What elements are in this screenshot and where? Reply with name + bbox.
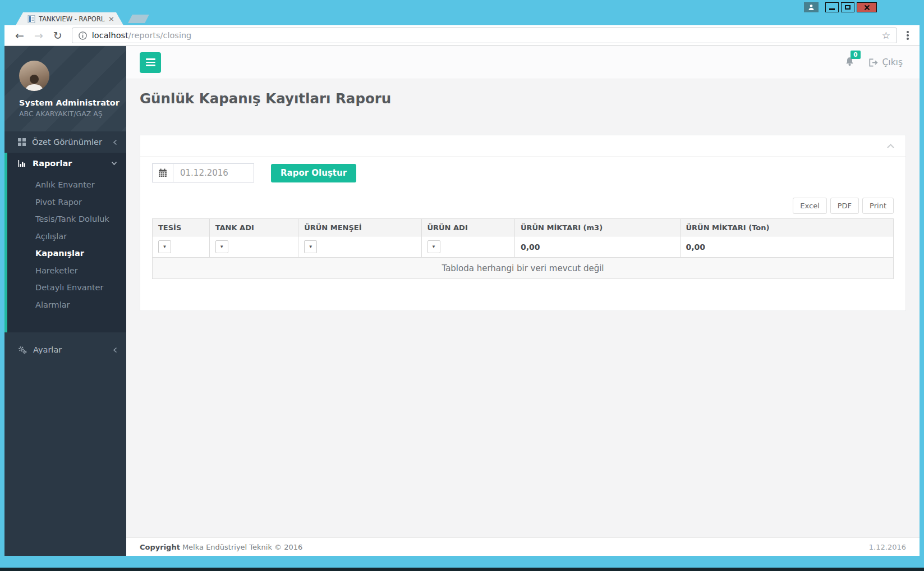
filter-dropdown-tesis[interactable]: ▼	[158, 240, 171, 253]
sidebar-item-label: Özet Görünümler	[32, 138, 102, 147]
minimize-button[interactable]	[825, 2, 839, 12]
reload-icon[interactable]: ↻	[53, 30, 62, 41]
card-body: Rapor Oluştur Excel PDF Print	[140, 157, 905, 310]
filter-dropdown-urun-mensei[interactable]: ▼	[304, 240, 317, 253]
back-icon[interactable]: ←	[15, 30, 24, 41]
total-m3: 0,00	[514, 236, 680, 258]
sidebar-toggle-button[interactable]	[140, 52, 161, 73]
table-empty-row: Tabloda herhangi bir veri mevcut değil	[153, 258, 894, 279]
report-form: Rapor Oluştur	[152, 163, 894, 182]
info-icon[interactable]	[79, 31, 87, 40]
export-buttons: Excel PDF Print	[152, 198, 894, 214]
url-host: localhost	[92, 31, 128, 40]
bar-chart-icon	[18, 159, 26, 167]
user-company: ABC AKARYAKIT/GAZ AŞ	[19, 109, 126, 118]
person-silhouette-icon	[23, 73, 45, 91]
column-header-urun-mensei[interactable]: ÜRÜN MENŞEİ	[298, 219, 421, 236]
report-table: TESİS TANK ADI ÜRÜN MENŞEİ ÜRÜN ADI ÜRÜN…	[152, 218, 894, 279]
report-card: Rapor Oluştur Excel PDF Print	[140, 135, 906, 311]
column-header-urun-adi[interactable]: ÜRÜN ADI	[421, 219, 514, 236]
column-header-tank-adi[interactable]: TANK ADI	[209, 219, 298, 236]
sidebar-item-tesis-tank-doluluk[interactable]: Tesis/Tank Doluluk	[7, 211, 126, 228]
close-icon	[864, 4, 870, 11]
raporlar-submenu: Anlık Envanter Pivot Rapor Tesis/Tank Do…	[7, 174, 126, 332]
sidebar-item-pivot-rapor[interactable]: Pivot Rapor	[7, 194, 126, 211]
export-print-button[interactable]: Print	[862, 198, 894, 214]
sidebar-item-ozet-gorunumler[interactable]: Özet Görünümler	[4, 131, 126, 153]
filter-dropdown-tank-adi[interactable]: ▼	[215, 240, 228, 253]
sidebar-item-ayarlar[interactable]: Ayarlar	[4, 338, 126, 362]
column-header-urun-miktari-m3[interactable]: ÜRÜN MİKTARI (m3)	[514, 219, 680, 236]
new-tab-button[interactable]	[128, 15, 149, 23]
filter-dropdown-urun-adi[interactable]: ▼	[427, 240, 440, 253]
export-pdf-button[interactable]: PDF	[830, 198, 859, 214]
person-icon	[808, 4, 815, 11]
total-ton: 0,00	[680, 236, 893, 258]
sidebar-item-label: Ayarlar	[33, 345, 62, 354]
sidebar-item-label: Raporlar	[33, 159, 72, 168]
maximize-button[interactable]	[841, 2, 854, 12]
window-titlebar	[4, 0, 920, 12]
column-header-urun-miktari-ton[interactable]: ÜRÜN MİKTARI (Ton)	[680, 219, 893, 236]
browser-tab[interactable]: TANKVIEW - RAPORLAR ×	[16, 12, 123, 25]
sidebar-section-raporlar: Raporlar Anlık Envanter Pivot Rapor Tesi…	[4, 153, 126, 332]
sidebar-item-anlik-envanter[interactable]: Anlık Envanter	[7, 176, 126, 194]
collapse-chevron-up-icon[interactable]	[887, 144, 894, 151]
user-name: System Administrator	[19, 98, 126, 107]
grid-icon	[18, 138, 26, 146]
browser-window: TANKVIEW - RAPORLAR × ← → ↻ localhost/re…	[0, 0, 924, 571]
calendar-addon	[152, 163, 173, 182]
empty-message: Tabloda herhangi bir veri mevcut değil	[153, 258, 894, 279]
user-panel: System Administrator ABC AKARYAKIT/GAZ A…	[4, 46, 126, 131]
browser-menu-icon[interactable]	[902, 29, 914, 42]
copyright-label: Copyright	[140, 543, 180, 551]
sign-out-icon	[868, 58, 878, 67]
address-bar[interactable]: localhost/reports/closing ☆	[72, 28, 897, 43]
column-header-tesis[interactable]: TESİS	[153, 219, 210, 236]
avatar	[19, 61, 49, 91]
bookmark-star-icon[interactable]: ☆	[882, 30, 890, 41]
calendar-icon	[158, 168, 167, 177]
main-area: 0 Çıkış Günlük Kapanış Kayıtları Raporu	[126, 46, 920, 556]
forward-icon[interactable]: →	[34, 30, 43, 41]
top-navbar: 0 Çıkış	[126, 46, 920, 79]
date-input-group	[152, 163, 254, 182]
copyright-text: Melka Endüstriyel Teknik © 2016	[182, 543, 302, 551]
footer-date: 1.12.2016	[869, 543, 906, 551]
sidebar-item-hareketler[interactable]: Hareketler	[7, 262, 126, 280]
profile-button[interactable]	[804, 2, 819, 12]
sidebar-item-detayli-envanter[interactable]: Detaylı Envanter	[7, 279, 126, 296]
notifications-button[interactable]: 0	[844, 56, 855, 69]
sidebar: System Administrator ABC AKARYAKIT/GAZ A…	[4, 46, 126, 556]
close-button[interactable]	[857, 2, 877, 12]
page-title: Günlük Kapanış Kayıtları Raporu	[140, 90, 906, 107]
logout-label: Çıkış	[882, 57, 903, 67]
chevron-left-icon	[113, 139, 117, 145]
browser-toolbar: ← → ↻ localhost/reports/closing ☆	[4, 25, 920, 46]
minimize-icon	[829, 8, 835, 10]
url-path: /reports/closing	[128, 31, 191, 40]
sidebar-item-raporlar[interactable]: Raporlar	[7, 153, 126, 174]
notification-badge: 0	[851, 51, 860, 60]
chevron-down-icon	[111, 161, 117, 166]
copyright: CopyrightMelka Endüstriyel Teknik © 2016	[140, 543, 302, 551]
footer: CopyrightMelka Endüstriyel Teknik © 2016…	[126, 537, 920, 556]
tab-strip: TANKVIEW - RAPORLAR ×	[4, 12, 920, 25]
page-content: Günlük Kapanış Kayıtları Raporu	[126, 79, 920, 537]
card-header	[140, 135, 905, 157]
maximize-icon	[845, 5, 851, 10]
chevron-left-icon	[113, 347, 117, 353]
sidebar-item-alarmlar[interactable]: Alarmlar	[7, 296, 126, 314]
app-area: System Administrator ABC AKARYAKIT/GAZ A…	[4, 46, 920, 556]
tab-title: TANKVIEW - RAPORLAR	[39, 15, 105, 23]
sidebar-item-kapanislar[interactable]: Kapanışlar	[7, 245, 126, 262]
logout-button[interactable]: Çıkış	[868, 57, 903, 67]
favicon-icon	[27, 15, 35, 23]
sidebar-item-acilislar[interactable]: Açılışlar	[7, 228, 126, 245]
export-excel-button[interactable]: Excel	[793, 198, 826, 214]
generate-report-button[interactable]: Rapor Oluştur	[271, 164, 356, 182]
tab-close-icon[interactable]: ×	[108, 15, 114, 22]
date-input[interactable]	[173, 163, 254, 182]
gears-icon	[18, 346, 27, 354]
table-header-row: TESİS TANK ADI ÜRÜN MENŞEİ ÜRÜN ADI ÜRÜN…	[153, 219, 894, 236]
